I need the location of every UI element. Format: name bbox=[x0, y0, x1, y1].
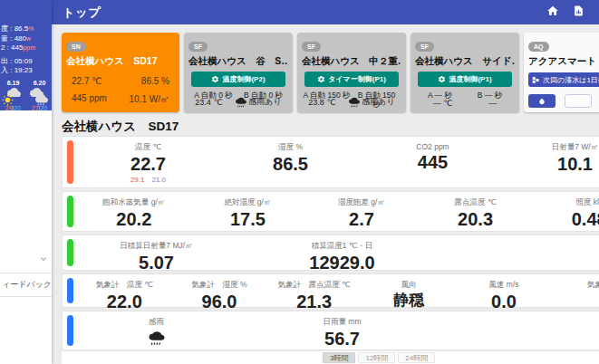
home-icon bbox=[546, 5, 559, 17]
category-bar-green bbox=[67, 239, 73, 266]
device-card-sd17[interactable]: SN 会社横ハウス SD17 22.7 ℃ 86.5 % 445 ppm 10.… bbox=[62, 33, 179, 112]
control-button-label: 温度制御(P2) bbox=[222, 74, 265, 84]
device-value-co2: 445 ppm bbox=[72, 93, 121, 106]
top-app-bar: トップ bbox=[52, 0, 599, 24]
category-bar-blue bbox=[67, 315, 73, 346]
forecast-date: 6.20 bbox=[28, 80, 51, 88]
time-range-24h-button[interactable]: 24時間 bbox=[398, 352, 435, 363]
weather-sunrise: 出 : 05:09 bbox=[1, 57, 52, 67]
rain-icon bbox=[349, 97, 360, 108]
weather-sunset: 入 : 19:23 bbox=[1, 66, 52, 76]
timer-control-button[interactable]: タイマー制御(P1) bbox=[304, 72, 399, 87]
measurement-rows: 温度 ℃ 22.7 29.121.0 湿度 % 86.5 CO2 ppm 445… bbox=[62, 136, 599, 350]
weather-humidity-unit: % bbox=[28, 25, 34, 32]
device-badge: SF bbox=[302, 42, 321, 52]
measurement-card-derived: 飽和水蒸気量 g/㎥20.2 絶対湿度 g/㎥17.5 湿度飽差 g/㎥2.7 … bbox=[62, 191, 599, 232]
metric-temperature: 温度 ℃ 22.7 29.121.0 bbox=[77, 142, 219, 184]
gear-icon bbox=[438, 75, 446, 83]
rain-status: 感雨あり bbox=[362, 96, 394, 108]
measurement-card-weather-station: 気象計 温度 ℃22.0 気象計 湿度 %96.0 気象計 露点温度 ℃21.3… bbox=[62, 273, 599, 308]
metric-dew-point: 露点温度 ℃20.3 bbox=[419, 197, 533, 229]
forecast-day-1: 6.19 29|20 bbox=[2, 80, 24, 111]
device-card-naka2ju[interactable]: SF 会社横ハウス 中２重… タイマー制御(P1) A 自動 150 秒B 自動… bbox=[297, 33, 406, 112]
measurement-card-climate: 温度 ℃ 22.7 29.121.0 湿度 % 86.5 CO2 ppm 445… bbox=[62, 136, 599, 188]
weather-humidity: 度 : 86.5% bbox=[1, 24, 52, 34]
device-card-side[interactable]: SF 会社横ハウス サイド… 温度制御(P1) A — 秒B — 秒 — ℃ — bbox=[411, 33, 519, 112]
time-range-toggle: 3時間 12時間 24時間 bbox=[323, 352, 435, 363]
next-irrigation-label: 次回の潅水は1日後 bbox=[543, 75, 599, 85]
category-bar-green bbox=[67, 196, 73, 227]
rain-icon bbox=[236, 97, 246, 108]
metric-co2: CO2 ppm 445 bbox=[362, 142, 504, 184]
weather-radiation-value: 量 : 480 bbox=[1, 34, 26, 43]
device-card-tani[interactable]: SF 会社横ハウス 谷 S… 温度制御(P2) A 自動 0 秒B 自動 0 秒… bbox=[184, 33, 293, 112]
metric-wind-speed: 風速 m/s0.0 bbox=[457, 280, 552, 311]
category-bar-blue bbox=[67, 278, 73, 303]
time-range-12h-button[interactable]: 12時間 bbox=[358, 352, 395, 363]
metric-station-humidity: 気象計 湿度 %96.0 bbox=[172, 280, 267, 311]
rain-status: — bbox=[488, 99, 497, 108]
device-value-radiation: 10.1 W/㎡ bbox=[121, 93, 169, 106]
time-range-bar: 3時間 12時間 24時間 bbox=[62, 351, 599, 364]
metric-vapor-deficit: 湿度飽差 g/㎥2.7 bbox=[304, 197, 419, 229]
weather-co2: 2 : 445ppm bbox=[1, 43, 52, 53]
sidebar-divider bbox=[0, 273, 52, 273]
temp-control-button[interactable]: 温度制御(P1) bbox=[418, 72, 512, 87]
metric-station-dew-point: 気象計 露点温度 ℃21.3 bbox=[266, 280, 362, 311]
metric-absolute-humidity: 絶対湿度 g/㎥17.5 bbox=[191, 197, 305, 229]
report-button[interactable] bbox=[573, 5, 585, 20]
device-card-title: 会社横ハウス 中２重… bbox=[302, 55, 401, 68]
metric-saturated-vapor: 飽和水蒸気量 g/㎥20.2 bbox=[77, 197, 191, 229]
weather-sunset-value: 入 : 19:23 bbox=[1, 66, 33, 74]
device-card-aquasmart[interactable]: AQ アクアスマート 次回の潅水は1日後 bbox=[524, 33, 599, 112]
device-value-humidity: 86.5 % bbox=[121, 76, 169, 86]
weather-co2-unit: ppm bbox=[23, 44, 35, 51]
measurement-card-integrated: 日積算日射量7 MJ/㎡5.07 積算温度1 ℃・日12929.0 bbox=[62, 235, 599, 271]
next-irrigation-button[interactable]: 次回の潅水は1日後 bbox=[528, 72, 599, 87]
forecast-day-2: 6.20 27|20 bbox=[28, 80, 51, 111]
secondary-watering-button[interactable] bbox=[565, 94, 592, 108]
device-card-title: アクアスマート bbox=[528, 55, 599, 68]
temp-control-button[interactable]: 温度制御(P2) bbox=[191, 72, 285, 87]
device-card-title: 会社横ハウス SD17 bbox=[66, 55, 175, 68]
weather-humidity-value: 度 : 86.5 bbox=[1, 24, 28, 33]
metric-station-extra: 気象計 bbox=[551, 280, 599, 311]
chevron-down-icon[interactable] bbox=[38, 254, 49, 267]
device-value-temp: 22.7 ℃ bbox=[72, 76, 121, 86]
device-temp: 23.4 ℃ bbox=[195, 98, 222, 107]
control-button-label: 温度制御(P1) bbox=[449, 74, 491, 84]
rain-status: 感雨あり bbox=[248, 96, 281, 108]
sidebar: 度 : 86.5% 量 : 480w 2 : 445ppm 出 : 05:09 … bbox=[0, 0, 52, 364]
weather-forecast: 6.19 29|20 6.20 27|20 bbox=[1, 80, 52, 111]
watering-button[interactable] bbox=[528, 94, 556, 108]
metric-integrated-temperature: 積算温度1 ℃・日12929.0 bbox=[236, 241, 449, 273]
daily-min-temp: 21.0 bbox=[152, 176, 167, 184]
metric-daily-rainfall: 日雨量 mm56.7 bbox=[236, 317, 449, 350]
rain-cloud-icon bbox=[35, 94, 48, 106]
control-button-label: タイマー制御(P1) bbox=[328, 74, 386, 84]
time-range-3h-button[interactable]: 3時間 bbox=[323, 352, 355, 363]
home-button[interactable] bbox=[546, 5, 559, 20]
report-icon bbox=[573, 5, 585, 17]
daily-max-temp: 29.1 bbox=[130, 176, 145, 184]
device-badge: AQ bbox=[528, 42, 549, 52]
rain-icon bbox=[149, 330, 165, 346]
metric-wind-direction: 風向静穏 bbox=[362, 280, 457, 311]
weather-co2-value: 2 : 445 bbox=[1, 43, 23, 52]
device-badge: SF bbox=[415, 42, 434, 52]
sidebar-divider bbox=[0, 296, 52, 297]
device-temp: 23.8 ℃ bbox=[308, 98, 335, 107]
water-drop-icon bbox=[538, 97, 546, 106]
measurement-card-rain: 感雨 日雨量 mm56.7 bbox=[62, 311, 599, 350]
metric-solar-radiation: 日射量7 W/㎡ 10.1 bbox=[504, 142, 599, 184]
device-card-title: 会社横ハウス 谷 S… bbox=[188, 55, 288, 68]
sidebar-item-feedback[interactable]: ィードバック bbox=[2, 279, 52, 291]
device-badge: SF bbox=[188, 42, 208, 52]
sidebar-menu: ィードバック bbox=[0, 110, 52, 364]
sun-icon bbox=[2, 94, 14, 106]
metric-humidity: 湿度 % 86.5 bbox=[219, 142, 362, 184]
device-badge: SN bbox=[66, 42, 86, 52]
gear-icon bbox=[317, 75, 325, 83]
gear-icon bbox=[211, 75, 219, 83]
page-title: トップ bbox=[63, 5, 101, 21]
